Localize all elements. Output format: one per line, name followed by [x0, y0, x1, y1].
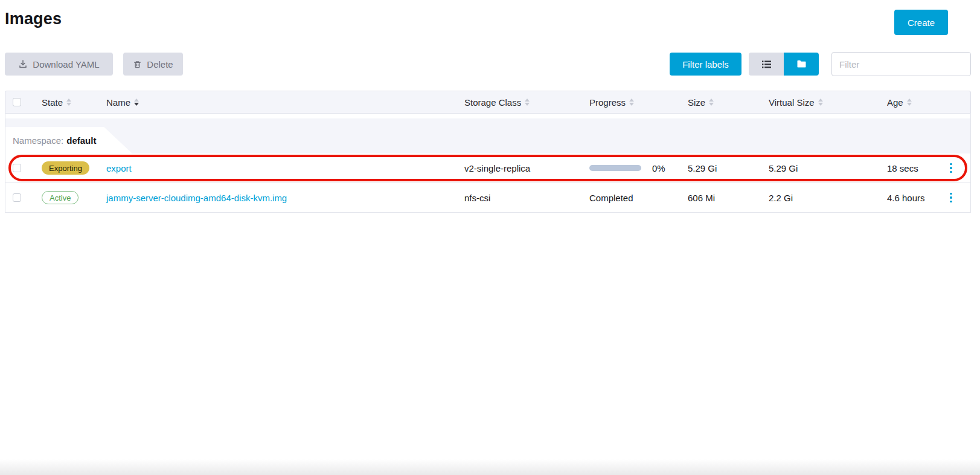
- sort-icon-active[interactable]: [134, 99, 139, 106]
- folder-view-button[interactable]: [784, 53, 819, 76]
- col-header-storage-class-label: Storage Class: [464, 97, 521, 108]
- storage-class-cell: nfs-csi: [457, 193, 582, 203]
- sort-icon[interactable]: [525, 99, 530, 106]
- table-row: Exporting export v2-single-replica 0% 5.…: [5, 153, 970, 183]
- table-body: Namespace: default Exporting export v2-s…: [5, 114, 971, 213]
- table-row: Active jammy-server-cloudimg-amd64-disk-…: [5, 183, 970, 213]
- col-header-age[interactable]: Age: [880, 97, 935, 108]
- progress-percent: 0%: [652, 163, 665, 173]
- row-checkbox[interactable]: [13, 164, 21, 172]
- delete-button[interactable]: Delete: [123, 53, 183, 76]
- select-all-checkbox[interactable]: [13, 98, 21, 106]
- state-badge: Exporting: [42, 161, 89, 175]
- actions-cell: [935, 160, 970, 177]
- col-header-virtual-size-label: Virtual Size: [769, 97, 815, 108]
- namespace-group-label: Namespace:: [13, 135, 63, 146]
- filter-input[interactable]: [831, 52, 971, 76]
- image-name-link[interactable]: jammy-server-cloudimg-amd64-disk-kvm.img: [106, 193, 287, 203]
- select-all-cell: [13, 98, 34, 106]
- state-cell: Active: [34, 191, 99, 204]
- download-yaml-button[interactable]: Download YAML: [5, 53, 113, 76]
- sort-icon[interactable]: [907, 99, 912, 106]
- col-header-name-label: Name: [106, 97, 130, 108]
- progress-cell: 0%: [582, 163, 681, 173]
- table-gap: [5, 114, 970, 118]
- namespace-group-tab: Namespace: default: [5, 127, 132, 153]
- col-header-age-label: Age: [887, 97, 903, 108]
- sort-icon[interactable]: [818, 99, 823, 106]
- col-header-progress[interactable]: Progress: [582, 97, 681, 108]
- list-icon: [761, 60, 772, 69]
- name-cell: jammy-server-cloudimg-amd64-disk-kvm.img: [99, 193, 457, 203]
- col-header-virtual-size[interactable]: Virtual Size: [761, 97, 880, 108]
- folder-icon: [796, 60, 807, 68]
- bottom-fade: [0, 459, 980, 475]
- col-header-state[interactable]: State: [34, 97, 99, 108]
- namespace-group-row: Namespace: default: [5, 118, 970, 153]
- create-button[interactable]: Create: [894, 10, 948, 35]
- name-cell: export: [99, 163, 457, 173]
- namespace-group-value: default: [66, 135, 96, 146]
- size-cell: 606 Mi: [681, 193, 761, 203]
- sort-icon[interactable]: [629, 99, 634, 106]
- toolbar-left: Download YAML Delete: [5, 53, 183, 76]
- view-mode-toggle: [749, 53, 819, 76]
- row-actions-kebab-button[interactable]: [946, 189, 956, 207]
- col-header-size-label: Size: [688, 97, 705, 108]
- storage-class-cell: v2-single-replica: [457, 163, 582, 173]
- sort-icon[interactable]: [66, 99, 71, 106]
- trash-icon: [133, 60, 142, 69]
- progress-bar: [589, 165, 641, 171]
- state-badge: Active: [42, 191, 78, 204]
- actions-cell: [935, 189, 970, 207]
- state-cell: Exporting: [34, 161, 99, 175]
- page-title: Images: [5, 10, 62, 28]
- progress-cell: Completed: [582, 193, 681, 203]
- col-header-state-label: State: [42, 97, 63, 108]
- row-checkbox-cell: [13, 164, 34, 172]
- row-checkbox[interactable]: [13, 193, 21, 202]
- col-header-storage-class[interactable]: Storage Class: [457, 97, 582, 108]
- col-header-progress-label: Progress: [589, 97, 626, 108]
- table-header-row: State Name Storage Class Progress Size V…: [5, 91, 971, 114]
- row-actions-kebab-button[interactable]: [946, 160, 956, 177]
- toolbar: Download YAML Delete Filter labels: [5, 52, 971, 76]
- virtual-size-cell: 5.29 Gi: [761, 163, 880, 173]
- images-table: State Name Storage Class Progress Size V…: [5, 91, 971, 213]
- age-cell: 4.6 hours: [880, 193, 935, 203]
- download-icon: [18, 59, 28, 69]
- col-header-name[interactable]: Name: [99, 97, 457, 108]
- size-cell: 5.29 Gi: [681, 163, 761, 173]
- sort-icon[interactable]: [709, 99, 714, 106]
- filter-labels-button[interactable]: Filter labels: [670, 53, 741, 76]
- age-cell: 18 secs: [880, 163, 935, 173]
- delete-label: Delete: [147, 59, 173, 69]
- col-header-size[interactable]: Size: [681, 97, 761, 108]
- page-header: Images Create: [5, 0, 971, 35]
- images-page: Images Create Download YAML Delete: [0, 0, 980, 475]
- row-checkbox-cell: [13, 193, 34, 202]
- list-view-button[interactable]: [749, 53, 784, 76]
- download-yaml-label: Download YAML: [33, 59, 99, 69]
- toolbar-right: Filter labels: [670, 52, 971, 76]
- virtual-size-cell: 2.2 Gi: [761, 193, 880, 203]
- image-name-link[interactable]: export: [106, 163, 132, 173]
